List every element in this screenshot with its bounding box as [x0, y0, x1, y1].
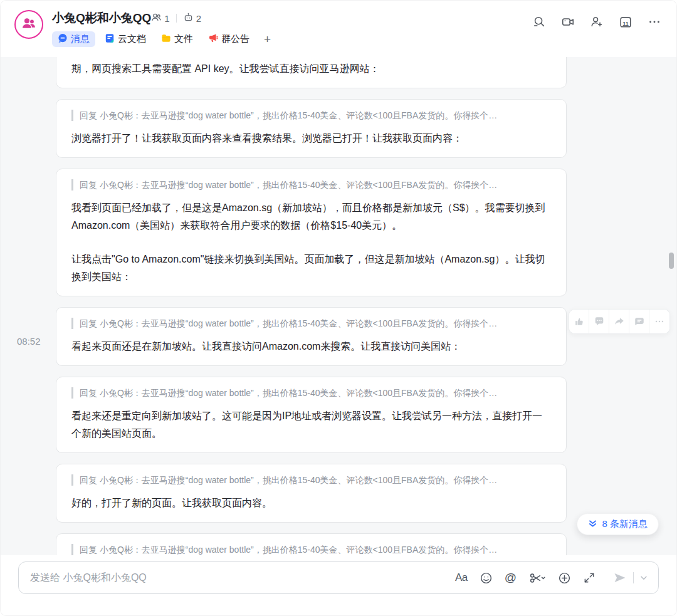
message-input-placeholder[interactable]: 发送给 小兔Q彬和小兔QQ — [30, 572, 455, 585]
message-text: 浏览器打开了！让我获取页面内容来查看搜索结果。浏览器已打开！让我获取页面内容： — [71, 130, 551, 147]
message-text: 看起来还是重定向到新加坡站了。这可能是因为IP地址或者浏览器设置。让我尝试另一种… — [71, 407, 551, 442]
tab-files-label: 文件 — [174, 33, 193, 45]
reply-quote[interactable]: 回复 小兔Q彬：去亚马逊搜“dog water bottle”，挑出价格15-4… — [71, 387, 551, 399]
member-count-badge[interactable]: 1 — [151, 12, 169, 24]
message-card: 回复 小兔Q彬：去亚马逊搜“dog water bottle”，挑出价格15-4… — [56, 533, 567, 555]
more-icon[interactable] — [648, 15, 661, 29]
send-group — [612, 570, 648, 585]
composer-toolbar: Aa @ — [455, 570, 648, 585]
add-tab-button[interactable]: + — [259, 33, 276, 46]
text-format-icon[interactable]: Aa — [455, 572, 468, 584]
new-messages-button[interactable]: 8 条新消息 — [577, 513, 659, 535]
tab-messages-label: 消息 — [71, 33, 90, 45]
message-timestamp: 08:52 — [17, 336, 41, 347]
message-text: 我看到页面已经加载了，但是这是Amazon.sg（新加坡站），而且价格都是新加坡… — [71, 199, 551, 234]
members-icon — [151, 12, 162, 24]
tab-bar: 消息 云文档 — [52, 31, 532, 47]
scrollbar-thumb[interactable] — [669, 253, 674, 269]
double-chevron-down-icon — [588, 519, 597, 530]
tab-announcement[interactable]: 群公告 — [202, 31, 255, 47]
message-hover-toolbar — [569, 309, 670, 334]
chat-header: 小兔Q彬和小兔QQ 1 — [1, 1, 676, 57]
message-list[interactable]: 期，网页搜索工具需要配置 API key。让我尝试直接访问亚马逊网站： 回复 小… — [1, 57, 676, 555]
expand-composer-icon[interactable] — [583, 572, 596, 584]
badge-divider — [176, 14, 177, 23]
send-divider — [633, 572, 634, 583]
video-call-icon[interactable] — [561, 15, 575, 29]
reply-quote[interactable]: 回复 小兔Q彬：去亚马逊搜“dog water bottle”，挑出价格15-4… — [71, 318, 551, 329]
message-card: 期，网页搜索工具需要配置 API key。让我尝试直接访问亚马逊网站： — [56, 57, 567, 88]
reply-quote[interactable]: 回复 小兔Q彬：去亚马逊搜“dog water bottle”，挑出价格15-4… — [71, 179, 551, 191]
member-count: 1 — [164, 13, 169, 24]
tab-docs-label: 云文档 — [118, 33, 146, 45]
header-main: 小兔Q彬和小兔QQ 1 — [52, 10, 532, 47]
message-card: 回复 小兔Q彬：去亚马逊搜“dog water bottle”，挑出价格15-4… — [56, 464, 567, 523]
tab-messages[interactable]: 消息 — [52, 31, 95, 47]
thumbs-up-icon[interactable] — [569, 310, 589, 333]
mention-icon[interactable]: @ — [505, 571, 517, 585]
send-icon[interactable] — [612, 570, 627, 585]
composer-bar: 发送给 小兔Q彬和小兔QQ Aa @ — [1, 555, 676, 615]
message-text: 好的，打开了新的页面。让我获取页面内容。 — [71, 494, 551, 512]
quote-reply-icon[interactable] — [629, 310, 649, 333]
bot-count: 2 — [196, 13, 201, 24]
tab-announcement-label: 群公告 — [221, 33, 249, 45]
calendar-icon[interactable]: 11 — [619, 15, 632, 29]
group-people-icon — [21, 15, 37, 34]
message-text: 让我点击"Go to Amazon.com"链接来切换到美国站。页面加载了，但这… — [71, 251, 551, 286]
title-row: 小兔Q彬和小兔QQ 1 — [52, 10, 532, 26]
message-bubble-icon — [58, 33, 68, 45]
more-actions-icon[interactable] — [649, 310, 669, 333]
bot-count-badge[interactable]: 2 — [183, 12, 201, 24]
calendar-day-number: 11 — [619, 15, 632, 29]
send-options-chevron-icon[interactable] — [639, 573, 648, 582]
cloud-doc-icon — [105, 33, 115, 45]
message-card: 回复 小兔Q彬：去亚马逊搜“dog water bottle”，挑出价格15-4… — [56, 307, 567, 366]
message-card: 回复 小兔Q彬：去亚马逊搜“dog water bottle”，挑出价格15-4… — [56, 377, 567, 453]
search-icon[interactable] — [532, 15, 546, 29]
chat-title: 小兔Q彬和小兔QQ — [52, 10, 151, 26]
new-messages-label: 8 条新消息 — [602, 518, 648, 530]
message-text: 期，网页搜索工具需要配置 API key。让我尝试直接访问亚马逊网站： — [71, 60, 551, 78]
tab-files[interactable]: 文件 — [155, 31, 199, 47]
add-member-icon[interactable] — [590, 15, 604, 29]
plus-icon: + — [264, 33, 271, 46]
reply-quote[interactable]: 回复 小兔Q彬：去亚马逊搜“dog water bottle”，挑出价格15-4… — [71, 110, 551, 121]
add-attachment-icon[interactable] — [558, 572, 571, 585]
chat-window: 小兔Q彬和小兔QQ 1 — [0, 0, 677, 616]
tab-docs[interactable]: 云文档 — [99, 31, 152, 47]
message-card: 回复 小兔Q彬：去亚马逊搜“dog water bottle”，挑出价格15-4… — [56, 99, 567, 158]
reply-quote[interactable]: 回复 小兔Q彬：去亚马逊搜“dog water bottle”，挑出价格15-4… — [71, 544, 551, 555]
message-input-box[interactable]: 发送给 小兔Q彬和小兔QQ Aa @ — [18, 561, 659, 594]
robot-icon — [183, 12, 194, 24]
emoji-icon[interactable] — [480, 572, 493, 585]
message-text: 看起来页面还是在新加坡站。让我直接访问Amazon.com来搜索。让我直接访问美… — [71, 338, 551, 355]
screenshot-scissors-icon[interactable] — [528, 572, 546, 585]
comment-icon[interactable] — [589, 310, 609, 333]
group-avatar[interactable] — [14, 10, 43, 39]
reply-quote[interactable]: 回复 小兔Q彬：去亚马逊搜“dog water bottle”，挑出价格15-4… — [71, 474, 551, 486]
folder-icon — [161, 33, 171, 45]
header-actions: 11 — [532, 15, 661, 29]
megaphone-icon — [208, 33, 218, 45]
forward-icon[interactable] — [609, 310, 629, 333]
message-card: 回复 小兔Q彬：去亚马逊搜“dog water bottle”，挑出价格15-4… — [56, 169, 567, 296]
